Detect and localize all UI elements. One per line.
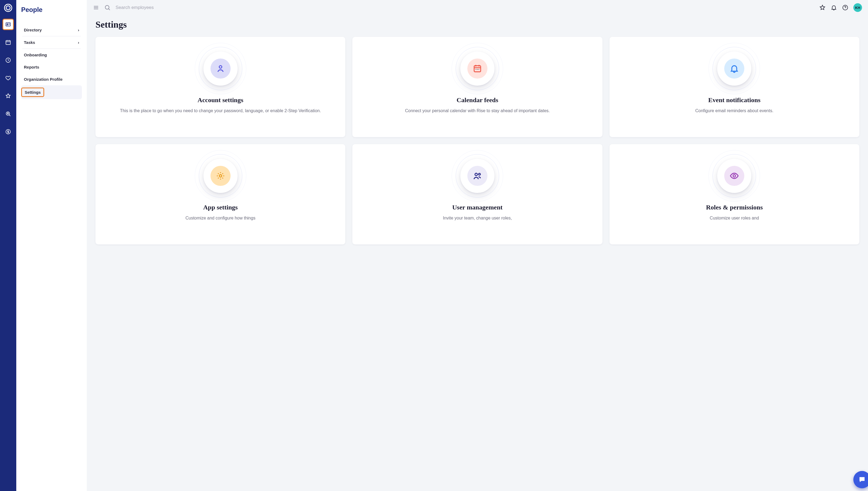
card-desc: Configure email reminders about events. bbox=[617, 108, 852, 114]
help-circle-icon bbox=[842, 4, 848, 11]
svg-line-17 bbox=[109, 9, 110, 10]
sidebar-item-directory[interactable]: Directory › bbox=[21, 24, 82, 36]
clock-icon bbox=[5, 57, 11, 63]
id-card-icon bbox=[5, 21, 11, 27]
menu-toggle[interactable] bbox=[93, 4, 99, 11]
card-user-management[interactable]: User management Invite your team, change… bbox=[352, 144, 602, 244]
rail-item-health[interactable] bbox=[3, 73, 13, 83]
card-illustration bbox=[617, 43, 852, 94]
card-desc: Customize user roles and bbox=[617, 215, 852, 222]
card-illustration bbox=[360, 150, 595, 202]
content-region: Settings Account settings This is the pl… bbox=[87, 15, 868, 491]
card-account-settings[interactable]: Account settings This is the place to go… bbox=[96, 37, 345, 137]
sidebar-item-label: Settings bbox=[25, 90, 41, 94]
svg-point-29 bbox=[475, 173, 478, 176]
sidebar-item-label: Tasks bbox=[24, 40, 35, 45]
svg-point-28 bbox=[219, 175, 222, 177]
svg-point-1 bbox=[7, 24, 8, 25]
people-icon bbox=[472, 171, 482, 181]
rail-item-recruit[interactable] bbox=[3, 108, 13, 119]
person-search-icon bbox=[5, 111, 11, 117]
sidebar-item-label: Reports bbox=[24, 65, 39, 69]
card-illustration bbox=[617, 150, 852, 202]
help-button[interactable] bbox=[842, 4, 848, 11]
search-input[interactable] bbox=[115, 5, 224, 10]
svg-rect-0 bbox=[6, 23, 10, 26]
rail-item-people[interactable] bbox=[3, 19, 13, 30]
svg-point-27 bbox=[479, 69, 479, 70]
section-title: People bbox=[21, 6, 82, 13]
sidebar-item-settings[interactable]: Settings bbox=[21, 85, 82, 99]
chevron-right-icon: › bbox=[78, 28, 79, 32]
star-icon bbox=[5, 93, 11, 99]
person-icon bbox=[216, 64, 225, 74]
card-event-notifications[interactable]: Event notifications Configure email remi… bbox=[609, 37, 859, 137]
svg-rect-4 bbox=[6, 41, 10, 45]
sidebar-item-label: Directory bbox=[24, 28, 42, 32]
gear-icon bbox=[216, 171, 225, 181]
notifications-button[interactable] bbox=[831, 4, 837, 11]
sidebar-item-label: Organization Profile bbox=[24, 77, 63, 82]
sidebar-item-tasks[interactable]: Tasks › bbox=[21, 36, 82, 49]
svg-point-25 bbox=[476, 69, 476, 70]
bell-icon bbox=[729, 64, 739, 74]
sidebar-item-label: Onboarding bbox=[24, 53, 47, 57]
svg-point-31 bbox=[733, 175, 736, 177]
card-desc: Customize and configure how things bbox=[103, 215, 338, 222]
card-roles-permissions[interactable]: Roles & permissions Customize user roles… bbox=[609, 144, 859, 244]
card-illustration bbox=[103, 150, 338, 202]
calendar-icon bbox=[5, 39, 11, 45]
icon-rail bbox=[0, 0, 16, 491]
topbar: KH bbox=[87, 0, 868, 15]
card-app-settings[interactable]: App settings Customize and configure how… bbox=[96, 144, 345, 244]
app-logo[interactable] bbox=[4, 4, 12, 12]
page-title: Settings bbox=[96, 20, 859, 30]
chat-icon bbox=[858, 476, 866, 484]
svg-point-30 bbox=[479, 173, 480, 175]
search-button[interactable] bbox=[104, 4, 111, 11]
svg-rect-21 bbox=[474, 66, 481, 72]
rail-item-calendar[interactable] bbox=[3, 37, 13, 48]
card-title: Calendar feeds bbox=[360, 96, 595, 104]
favorites-button[interactable] bbox=[819, 4, 826, 11]
svg-point-20 bbox=[219, 65, 222, 68]
settings-grid: Account settings This is the place to go… bbox=[96, 37, 859, 244]
rail-item-perform[interactable] bbox=[3, 90, 13, 102]
search-icon bbox=[104, 4, 111, 11]
svg-point-16 bbox=[105, 5, 109, 9]
svg-point-26 bbox=[477, 69, 478, 70]
svg-line-10 bbox=[9, 115, 10, 116]
card-desc: Connect your personal calendar with Rise… bbox=[360, 108, 595, 114]
card-title: User management bbox=[360, 204, 595, 211]
chevron-right-icon: › bbox=[78, 40, 79, 45]
card-title: Event notifications bbox=[617, 96, 852, 104]
rail-item-time[interactable] bbox=[3, 55, 13, 65]
card-illustration bbox=[360, 43, 595, 94]
card-title: App settings bbox=[103, 204, 338, 211]
calendar-icon bbox=[472, 64, 482, 74]
rail-item-payroll[interactable] bbox=[3, 126, 13, 137]
card-calendar-feeds[interactable]: Calendar feeds Connect your personal cal… bbox=[352, 37, 602, 137]
main: KH Settings Account settings This is the… bbox=[87, 0, 868, 491]
dollar-circle-icon bbox=[5, 129, 11, 135]
bell-icon bbox=[831, 4, 837, 11]
card-desc: Invite your team, change user roles, bbox=[360, 215, 595, 222]
user-initials: KH bbox=[855, 6, 860, 10]
card-desc: This is the place to go when you need to… bbox=[103, 108, 338, 114]
sidebar-item-reports[interactable]: Reports bbox=[21, 61, 82, 73]
heart-icon bbox=[5, 75, 11, 81]
card-title: Account settings bbox=[103, 96, 338, 104]
hamburger-icon bbox=[93, 4, 99, 11]
side-panel: People Directory › Tasks › Onboarding Re… bbox=[16, 0, 87, 491]
sidebar-item-onboarding[interactable]: Onboarding bbox=[21, 49, 82, 61]
card-title: Roles & permissions bbox=[617, 204, 852, 211]
svg-point-11 bbox=[7, 113, 8, 114]
star-outline-icon bbox=[819, 4, 826, 11]
user-avatar[interactable]: KH bbox=[853, 3, 862, 12]
card-illustration bbox=[103, 43, 338, 94]
sidebar-item-org-profile[interactable]: Organization Profile bbox=[21, 73, 82, 85]
eye-icon bbox=[729, 171, 739, 181]
